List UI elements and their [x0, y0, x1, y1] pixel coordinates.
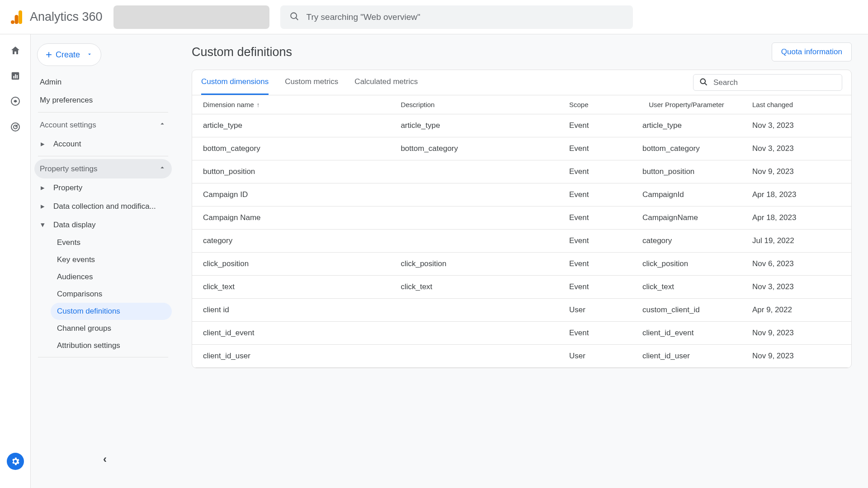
search-icon — [289, 11, 299, 23]
sidebar-item-property[interactable]: ▸ Property — [34, 178, 172, 197]
main-content: Custom definitions Quota information Cus… — [175, 34, 868, 488]
cell-description — [390, 230, 558, 253]
table-row[interactable]: client idUsercustom_client_idApr 9, 2022 — [192, 299, 851, 322]
table-row[interactable]: click_textclick_textEventclick_textNov 3… — [192, 276, 851, 299]
table-row[interactable]: article_typearticle_typeEventarticle_typ… — [192, 114, 851, 137]
create-button[interactable]: + Create — [37, 43, 101, 66]
column-scope[interactable]: Scope — [558, 95, 632, 114]
cell-scope: Event — [558, 276, 632, 299]
sidebar-collapse-icon[interactable]: ‹ — [103, 453, 107, 465]
cell-description: click_text — [390, 276, 558, 299]
cell-scope: Event — [558, 230, 632, 253]
explore-icon[interactable] — [10, 96, 21, 108]
advertising-icon[interactable] — [10, 122, 21, 134]
table-row[interactable]: categoryEventcategoryJul 19, 2022 — [192, 230, 851, 253]
column-description[interactable]: Description — [390, 95, 558, 114]
svg-line-14 — [705, 83, 707, 85]
search-icon — [699, 77, 708, 88]
account-settings-header[interactable]: Account settings — [34, 115, 172, 135]
svg-rect-0 — [19, 10, 22, 24]
sidebar-item-audiences[interactable]: Audiences — [51, 268, 172, 286]
cell-scope: Event — [558, 322, 632, 345]
cell-parameter: category — [632, 230, 741, 253]
column-dimension-name[interactable]: Dimension name↑ — [192, 95, 390, 114]
sidebar-item-channel-groups[interactable]: Channel groups — [51, 320, 172, 337]
sidebar-item-account[interactable]: ▸ Account — [34, 135, 172, 153]
sort-ascending-icon: ↑ — [257, 101, 260, 108]
cell-scope: Event — [558, 253, 632, 276]
cell-scope: Event — [558, 137, 632, 160]
admin-sidebar: + Create Admin My preferences Account se… — [31, 34, 175, 488]
table-row[interactable]: Campaign IDEventCampaignIdApr 18, 2023 — [192, 183, 851, 206]
table-row[interactable]: client_id_userUserclient_id_userNov 9, 2… — [192, 345, 851, 368]
sidebar-item-attribution-settings[interactable]: Attribution settings — [51, 337, 172, 354]
cell-description: article_type — [390, 114, 558, 137]
table-row[interactable]: bottom_categorybottom_categoryEventbotto… — [192, 137, 851, 160]
cell-scope: Event — [558, 160, 632, 183]
tab-calculated-metrics[interactable]: Calculated metrics — [354, 70, 418, 95]
column-last-changed[interactable]: Last changed — [741, 95, 851, 114]
reports-icon[interactable] — [10, 71, 20, 82]
logo-block: Analytics 360 — [11, 10, 103, 24]
property-settings-label: Property settings — [40, 164, 158, 174]
cell-parameter: article_type — [632, 114, 741, 137]
admin-gear-icon[interactable] — [7, 453, 24, 470]
svg-rect-1 — [15, 15, 19, 24]
cell-description — [390, 345, 558, 368]
cell-last_changed: Apr 9, 2022 — [741, 299, 851, 322]
cell-last_changed: Nov 9, 2023 — [741, 345, 851, 368]
sidebar-item-key-events[interactable]: Key events — [51, 251, 172, 268]
table-search-input[interactable] — [713, 78, 836, 87]
cell-name: client id — [192, 299, 390, 322]
cell-parameter: bottom_category — [632, 137, 741, 160]
sidebar-item-comparisons[interactable]: Comparisons — [51, 286, 172, 303]
cell-last_changed: Nov 3, 2023 — [741, 137, 851, 160]
cell-name: category — [192, 230, 390, 253]
account-label: Account — [53, 140, 81, 149]
cell-name: click_text — [192, 276, 390, 299]
dimensions-table: Dimension name↑ Description Scope User P… — [192, 95, 851, 368]
definitions-panel: Custom dimensions Custom metrics Calcula… — [192, 70, 852, 368]
cell-scope: Event — [558, 183, 632, 206]
chevron-right-icon: ▸ — [41, 139, 47, 149]
chevron-up-icon — [158, 164, 166, 174]
sidebar-item-data-display[interactable]: ▾ Data display — [34, 216, 172, 234]
property-selector[interactable] — [113, 5, 269, 29]
chevron-right-icon: ▸ — [41, 202, 47, 211]
cell-description — [390, 183, 558, 206]
table-row[interactable]: Campaign NameEventCampaignNameApr 18, 20… — [192, 206, 851, 230]
column-parameter[interactable]: User Property/Parameter — [632, 95, 741, 114]
chevron-down-icon: ▾ — [41, 220, 47, 230]
analytics-logo-icon — [11, 10, 23, 24]
sidebar-item-preferences[interactable]: My preferences — [34, 91, 172, 109]
table-search[interactable] — [693, 74, 842, 91]
property-settings-header[interactable]: Property settings — [34, 159, 172, 178]
cell-parameter: client_id_event — [632, 322, 741, 345]
table-row[interactable]: client_id_eventEventclient_id_eventNov 9… — [192, 322, 851, 345]
table-row[interactable]: button_positionEventbutton_positionNov 9… — [192, 160, 851, 183]
svg-point-3 — [291, 13, 297, 19]
cell-name: client_id_event — [192, 322, 390, 345]
sidebar-item-admin[interactable]: Admin — [34, 73, 172, 91]
global-search-input[interactable] — [307, 12, 624, 22]
sidebar-item-custom-definitions[interactable]: Custom definitions — [51, 303, 172, 320]
quota-information-button[interactable]: Quota information — [772, 42, 852, 61]
sidebar-item-data-collection[interactable]: ▸ Data collection and modifica... — [34, 197, 172, 216]
global-search[interactable] — [280, 5, 633, 29]
cell-parameter: click_position — [632, 253, 741, 276]
cell-parameter: CampaignId — [632, 183, 741, 206]
divider — [38, 156, 168, 156]
cell-last_changed: Nov 6, 2023 — [741, 253, 851, 276]
svg-line-4 — [296, 18, 298, 20]
chevron-right-icon: ▸ — [41, 183, 47, 192]
tab-custom-dimensions[interactable]: Custom dimensions — [201, 70, 269, 95]
cell-parameter: CampaignName — [632, 206, 741, 230]
table-row[interactable]: click_positionclick_positionEventclick_p… — [192, 253, 851, 276]
cell-name: Campaign ID — [192, 183, 390, 206]
home-icon[interactable] — [10, 45, 21, 57]
cell-name: Campaign Name — [192, 206, 390, 230]
sidebar-item-events[interactable]: Events — [51, 234, 172, 251]
cell-name: click_position — [192, 253, 390, 276]
data-display-label: Data display — [53, 221, 96, 230]
tab-custom-metrics[interactable]: Custom metrics — [285, 70, 338, 95]
